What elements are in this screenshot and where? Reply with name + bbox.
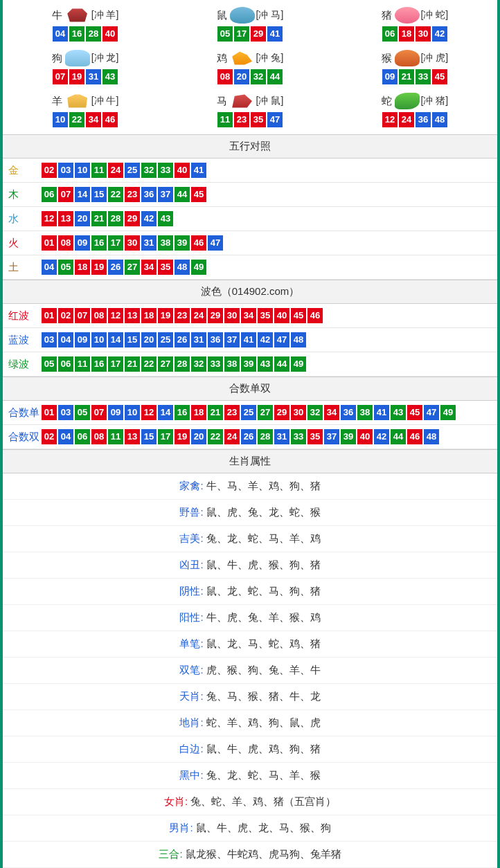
number-ball: 15 [125, 332, 140, 347]
attribute-key: 阳性: [179, 611, 203, 623]
number-ball: 07 [75, 308, 90, 323]
zodiac-cell: 鸡[冲 兔]08203244 [168, 46, 332, 89]
zodiac-name: 猴 [382, 52, 392, 65]
attribute-row: 白边:鼠、牛、虎、鸡、狗、猪 [3, 736, 497, 763]
attribute-value: 鼠龙猴、牛蛇鸡、虎马狗、兔羊猪 [186, 848, 341, 860]
number-ball: 35 [258, 308, 273, 323]
attribute-value: 鼠、牛、虎、鸡、狗、猪 [206, 743, 321, 754]
attribute-row: 三合:鼠龙猴、牛蛇鸡、虎马狗、兔羊猪 [3, 842, 497, 868]
zodiac-clash: [冲 羊] [91, 9, 119, 21]
number-ball: 40 [357, 429, 373, 444]
zodiac-clash: [冲 猪] [421, 95, 449, 107]
number-ball: 30 [291, 405, 306, 420]
attribute-row: 黑中:兔、龙、蛇、马、羊、猴 [3, 763, 497, 789]
number-ball: 02 [42, 429, 57, 444]
attribute-row: 吉美:兔、龙、蛇、马、羊、鸡 [3, 526, 497, 552]
data-row: 土04051819262734354849 [3, 255, 497, 280]
number-ball: 26 [108, 260, 123, 275]
zodiac-cell: 马[冲 鼠]11233547 [168, 89, 332, 132]
attribute-value: 兔、龙、蛇、马、羊、鸡 [206, 532, 321, 544]
section-header-heshu: 合数单双 [3, 377, 497, 401]
zodiac-balls: 07193143 [3, 69, 168, 84]
attribute-key: 黑中: [179, 769, 203, 781]
number-ball: 31 [191, 332, 206, 347]
number-ball: 12 [42, 211, 57, 226]
number-ball: 07 [58, 187, 73, 202]
number-ball: 46 [307, 308, 323, 323]
zodiac-balls: 08203244 [168, 69, 332, 84]
number-ball: 44 [267, 69, 283, 84]
zodiac-balls: 09213345 [332, 69, 497, 84]
zodiac-name: 蛇 [382, 95, 392, 108]
number-ball: 11 [217, 112, 233, 127]
number-ball: 33 [158, 163, 173, 178]
attribute-key: 阴性: [179, 585, 203, 597]
number-ball: 08 [91, 308, 107, 323]
zodiac-clash: [冲 蛇] [421, 9, 449, 21]
zodiac-title: 鸡[冲 兔] [168, 50, 332, 66]
row-label: 木 [8, 188, 42, 201]
attribute-row: 地肖:蛇、羊、鸡、狗、鼠、虎 [3, 710, 497, 736]
attribute-list: 家禽:牛、马、羊、鸡、狗、猪野兽:鼠、虎、兔、龙、蛇、猴吉美:兔、龙、蛇、马、羊… [3, 473, 497, 868]
number-ball: 41 [374, 405, 389, 420]
number-ball: 29 [208, 308, 223, 323]
number-ball: 16 [91, 356, 107, 372]
row-label: 绿波 [8, 358, 42, 371]
number-ball: 06 [75, 429, 90, 444]
number-ball: 22 [208, 429, 223, 444]
number-ball: 29 [125, 211, 140, 226]
page-container: 牛[冲 羊]04162840鼠[冲 马]05172941猪[冲 蛇]061830… [0, 0, 500, 868]
number-ball: 39 [175, 235, 190, 251]
number-ball: 43 [258, 356, 273, 372]
attribute-row: 单笔:鼠、龙、马、蛇、鸡、猪 [3, 631, 497, 658]
number-ball: 11 [75, 356, 90, 372]
number-ball: 46 [191, 235, 206, 251]
section-header-shengxiao: 生肖属性 [3, 449, 497, 473]
number-ball: 01 [42, 405, 57, 420]
zodiac-cell: 牛[冲 羊]04162840 [3, 3, 168, 46]
attribute-key: 吉美: [179, 532, 203, 544]
number-ball: 37 [324, 429, 339, 444]
number-ball: 10 [125, 405, 140, 420]
attribute-key: 女肖: [164, 795, 188, 807]
number-ball: 46 [102, 112, 118, 127]
attribute-value: 鼠、牛、虎、龙、马、猴、狗 [196, 822, 331, 833]
number-ball: 21 [91, 211, 107, 226]
number-ball: 02 [58, 308, 73, 323]
number-ball: 48 [432, 112, 447, 127]
number-ball: 08 [91, 429, 107, 444]
number-ball: 42 [432, 26, 447, 42]
number-ball: 12 [382, 112, 398, 127]
zodiac-cell: 猪[冲 蛇]06183042 [332, 3, 497, 46]
row-balls: 0103050709101214161821232527293032343638… [42, 405, 456, 420]
number-ball: 05 [42, 356, 57, 372]
attribute-value: 兔、马、猴、猪、牛、龙 [206, 690, 321, 702]
row-label: 金 [8, 164, 42, 177]
row-balls: 05061116172122272832333839434449 [42, 356, 306, 372]
number-ball: 23 [234, 112, 249, 127]
number-ball: 26 [175, 332, 190, 347]
number-ball: 29 [251, 26, 266, 42]
number-ball: 19 [175, 429, 190, 444]
row-label: 火 [8, 237, 42, 250]
bose-table: 红波0102070812131819232429303435404546蓝波03… [3, 304, 497, 377]
number-ball: 18 [399, 26, 414, 42]
number-ball: 33 [208, 356, 223, 372]
attribute-value: 兔、蛇、羊、鸡、猪（五宫肖） [190, 795, 336, 807]
number-ball: 32 [251, 69, 266, 84]
number-ball: 18 [191, 405, 206, 420]
number-ball: 37 [224, 332, 240, 347]
number-ball: 49 [191, 260, 206, 275]
number-ball: 14 [108, 332, 123, 347]
zodiac-cell: 猴[冲 虎]09213345 [332, 46, 497, 89]
zodiac-balls: 11233547 [168, 112, 332, 127]
number-ball: 44 [391, 429, 406, 444]
row-balls: 04051819262734354849 [42, 260, 206, 275]
zodiac-icon [230, 50, 255, 66]
zodiac-balls: 10223446 [3, 112, 168, 127]
data-row: 蓝波03040910141520252631363741424748 [3, 328, 497, 352]
attribute-key: 男肖: [169, 822, 193, 833]
number-ball: 38 [158, 235, 173, 251]
attribute-value: 鼠、虎、兔、龙、蛇、猴 [206, 506, 321, 518]
row-balls: 03040910141520252631363741424748 [42, 332, 306, 347]
